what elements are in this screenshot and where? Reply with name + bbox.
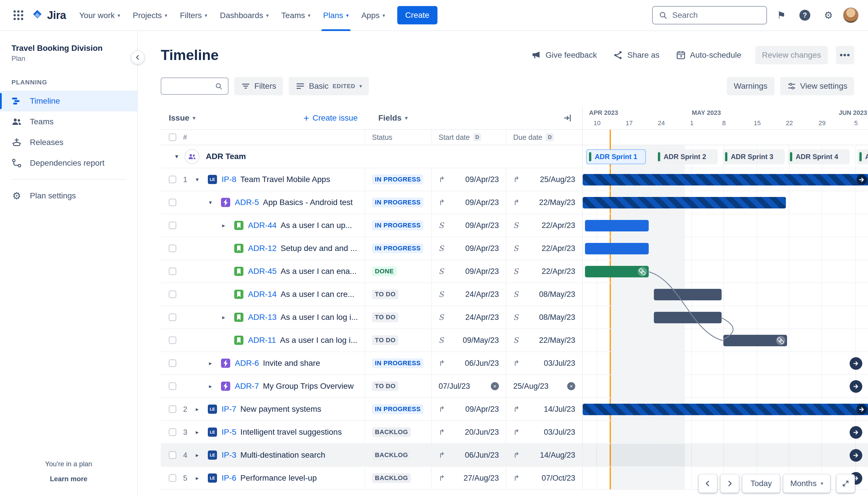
sidebar-item-timeline[interactable]: Timeline xyxy=(0,91,137,111)
start-date-cell[interactable]: S24/Apr/23 xyxy=(431,283,506,306)
row-checkbox[interactable] xyxy=(169,199,176,206)
due-date-cell[interactable]: 25/Aug/23× xyxy=(506,375,582,397)
notifications-flag-button[interactable]: ⚑ xyxy=(772,6,791,24)
global-search-input[interactable] xyxy=(672,11,761,20)
gantt-bar[interactable] xyxy=(585,266,649,278)
due-date-column-header[interactable]: Due date D xyxy=(506,130,582,145)
status-lozenge[interactable]: TO DO xyxy=(372,335,399,345)
row-checkbox[interactable] xyxy=(169,337,176,344)
warnings-button[interactable]: Warnings xyxy=(727,77,774,95)
gantt-bar[interactable] xyxy=(583,174,868,185)
status-lozenge[interactable]: IN PROGRESS xyxy=(372,174,423,184)
issue-key-link[interactable]: ADR-6 xyxy=(235,359,259,368)
expand-chevron-icon[interactable]: ▸ xyxy=(196,406,208,413)
scroll-right-button[interactable] xyxy=(721,474,739,493)
start-date-cell[interactable]: S09/Apr/23 xyxy=(431,260,506,283)
row-checkbox[interactable] xyxy=(169,314,176,321)
start-date-cell[interactable]: ↱27/Aug/23 xyxy=(431,467,506,489)
nav-item-teams[interactable]: Teams▾ xyxy=(275,0,317,31)
expand-chevron-icon[interactable]: ▾ xyxy=(196,176,208,183)
start-date-cell[interactable]: S24/Apr/23 xyxy=(431,306,506,328)
expand-chevron-icon[interactable]: ▾ xyxy=(209,199,221,206)
offscreen-bar-indicator[interactable] xyxy=(850,449,862,462)
due-date-cell[interactable]: ↱14/Jul/23 xyxy=(506,398,582,420)
expand-chevron-icon[interactable]: ▾ xyxy=(175,153,178,160)
due-date-cell[interactable]: ↱03/Jul/23 xyxy=(506,421,582,443)
more-actions-button[interactable]: ••• xyxy=(836,46,854,64)
status-lozenge[interactable]: IN PROGRESS xyxy=(372,243,423,253)
issue-key-link[interactable]: ADR-7 xyxy=(235,382,259,391)
start-date-cell[interactable]: ↱09/Apr/23 xyxy=(431,191,506,214)
due-date-cell[interactable]: S22/Apr/23 xyxy=(506,237,582,259)
status-lozenge[interactable]: IN PROGRESS xyxy=(372,404,423,414)
issue-key-link[interactable]: ADR-12 xyxy=(248,244,277,253)
due-date-cell[interactable]: ↱14/Aug/23 xyxy=(506,444,582,466)
nav-item-projects[interactable]: Projects▾ xyxy=(127,0,174,31)
start-date-cell[interactable]: S09/May/23 xyxy=(431,329,506,352)
learn-more-link[interactable]: Learn more xyxy=(50,475,88,483)
user-avatar[interactable] xyxy=(843,7,859,23)
row-checkbox[interactable] xyxy=(169,451,176,459)
due-date-cell[interactable]: ↱07/Oct/23 xyxy=(506,467,582,489)
help-button[interactable]: ? xyxy=(796,6,814,24)
status-lozenge[interactable]: IN PROGRESS xyxy=(372,198,423,207)
issue-key-link[interactable]: IP-5 xyxy=(221,427,236,437)
status-lozenge[interactable]: BACKLOG xyxy=(372,427,411,437)
start-date-cell[interactable]: ↱09/Apr/23 xyxy=(431,168,506,191)
start-date-cell[interactable]: S09/Apr/23 xyxy=(431,237,506,259)
sprint-pill-a[interactable]: A xyxy=(857,149,868,164)
sprint-pill-adr-sprint-2[interactable]: ADR Sprint 2 xyxy=(655,149,718,164)
select-all-checkbox[interactable] xyxy=(169,133,176,141)
issue-row-ip-8[interactable]: 1 ▾ LE IP-8 Team Travel Mobile Apps IN P… xyxy=(161,168,868,191)
sprint-pill-adr-sprint-4[interactable]: ADR Sprint 4 xyxy=(787,149,850,164)
status-lozenge[interactable]: TO DO xyxy=(372,381,399,391)
sprint-pill-adr-sprint-1[interactable]: ADR Sprint 1 xyxy=(586,149,646,164)
expand-chevron-icon[interactable]: ▸ xyxy=(222,314,234,321)
sidebar-item-plan-settings[interactable]: ⚙ Plan settings xyxy=(0,185,137,206)
remove-date-icon[interactable]: × xyxy=(567,382,575,390)
issue-column-dropdown[interactable]: Issue ▾ xyxy=(169,113,196,123)
create-button[interactable]: Create xyxy=(397,6,437,24)
row-checkbox[interactable] xyxy=(169,474,176,482)
due-date-cell[interactable]: S08/May/23 xyxy=(506,283,582,306)
status-lozenge[interactable]: TO DO xyxy=(372,289,399,299)
row-checkbox[interactable] xyxy=(169,406,176,413)
issue-row-adr-12[interactable]: ADR-12 Setup dev and and ... IN PROGRESS… xyxy=(161,237,868,260)
issue-row-adr-5[interactable]: ▾ ADR-5 App Basics - Android test IN PRO… xyxy=(161,191,868,214)
nav-item-your-work[interactable]: Your work▾ xyxy=(73,0,127,31)
gantt-bar[interactable] xyxy=(654,289,722,300)
status-lozenge[interactable]: BACKLOG xyxy=(372,450,411,460)
nav-item-filters[interactable]: Filters▾ xyxy=(174,0,214,31)
issue-row-ip-5[interactable]: 3 ▸ LE IP-5 Intelligent travel suggestio… xyxy=(161,421,868,444)
row-checkbox[interactable] xyxy=(169,222,176,229)
due-date-cell[interactable]: S22/Apr/23 xyxy=(506,214,582,237)
due-date-cell[interactable]: ↱03/Jul/23 xyxy=(506,352,582,374)
due-date-cell[interactable]: S08/May/23 xyxy=(506,306,582,328)
issue-key-link[interactable]: IP-6 xyxy=(221,473,236,483)
issue-row-adr-7[interactable]: ▸ ADR-7 My Group Trips Overview TO DO 07… xyxy=(161,375,868,398)
issue-key-link[interactable]: ADR-11 xyxy=(248,336,276,345)
nav-item-apps[interactable]: Apps▾ xyxy=(355,0,391,31)
expand-chevron-icon[interactable]: ▸ xyxy=(209,360,221,367)
due-date-cell[interactable]: ↱22/May/23 xyxy=(506,191,582,214)
issue-key-link[interactable]: IP-3 xyxy=(221,451,236,460)
gantt-bar[interactable] xyxy=(654,312,722,323)
expand-chevron-icon[interactable]: ▸ xyxy=(196,452,208,458)
global-search[interactable] xyxy=(652,6,767,24)
give-feedback-button[interactable]: Give feedback xyxy=(525,46,603,64)
gantt-bar[interactable] xyxy=(723,335,787,346)
offscreen-bar-indicator[interactable] xyxy=(850,380,862,393)
gantt-bar[interactable] xyxy=(585,220,649,231)
dependency-link-icon[interactable] xyxy=(638,267,647,276)
issue-row-adr-14[interactable]: ADR-14 As a user I can cre... TO DO S24/… xyxy=(161,283,868,306)
expand-chevron-icon[interactable]: ▸ xyxy=(209,383,221,389)
issue-key-link[interactable]: ADR-5 xyxy=(235,198,259,207)
issue-row-adr-11[interactable]: ADR-11 As a user I can log i... TO DO S0… xyxy=(161,329,868,352)
scroll-left-button[interactable] xyxy=(699,474,717,493)
gantt-bar[interactable] xyxy=(583,404,868,415)
start-date-cell[interactable]: ↱06/Jun/23 xyxy=(431,352,506,374)
create-issue-button[interactable]: + Create issue xyxy=(303,113,358,123)
jira-logo[interactable]: Jira xyxy=(31,9,66,22)
offscreen-bar-indicator[interactable] xyxy=(850,426,862,439)
sidebar-collapse-button[interactable] xyxy=(131,51,145,64)
